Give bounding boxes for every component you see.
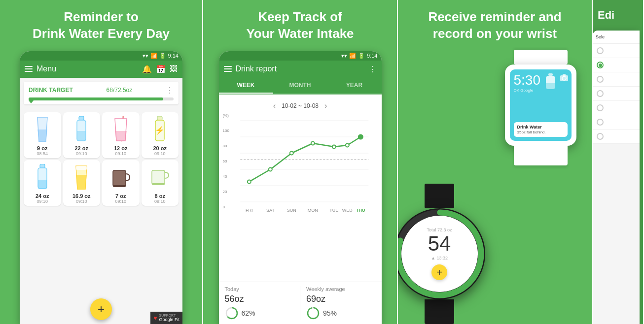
round-band-bottom: [425, 299, 454, 324]
drink-item-beer[interactable]: 16.9 oz 09:10: [63, 160, 101, 206]
svg-rect-46: [548, 73, 553, 76]
more-icon[interactable]: ⋮: [166, 86, 174, 95]
toolbar-1: Menu 🔔 📅 🖼: [20, 61, 182, 78]
svg-text:TUE: TUE: [329, 208, 338, 213]
drink-time-1: 08:54: [36, 151, 48, 156]
toolbar-2: Drink report ⋮: [219, 61, 382, 78]
line-chart-svg: FRI SAT SUN MON TUE WED THU: [231, 113, 378, 219]
wifi-icon-2: 📶: [349, 53, 356, 59]
weekly-summary: Weekly average 69oz 95%: [306, 286, 376, 320]
drink-amount-4: 20 oz: [153, 145, 167, 151]
panel2-phone: ▾▾ 📶 🔋 9:14 Drink report ⋮ WEEK MONTH YE…: [219, 51, 382, 324]
bell-icon[interactable]: 🔔: [142, 65, 152, 74]
calendar-icon[interactable]: 📅: [156, 65, 166, 74]
weekly-value: 69oz: [306, 294, 376, 304]
drink-target-card: DRINK TARGET 68/72.5oz ⋮: [24, 82, 179, 104]
radio-item-5[interactable]: [593, 101, 640, 115]
svg-point-32: [332, 145, 336, 148]
svg-rect-8: [157, 116, 162, 120]
panel-reminder: Reminder toDrink Water Every Day ▾▾ 📶 🔋 …: [0, 0, 202, 324]
notif-title: Drink Water: [517, 125, 564, 130]
radio-item-4[interactable]: [593, 87, 640, 101]
drink-item-coffee[interactable]: 7 oz 09:10: [102, 160, 140, 206]
support-label: SUPPORT: [159, 314, 179, 317]
progress-bar: [29, 97, 174, 100]
battery-icon: 🔋: [159, 53, 166, 59]
date-range: 10-02 ~ 10-08: [282, 102, 319, 109]
radio-circle-7: [597, 133, 604, 140]
radio-item-2[interactable]: [593, 58, 640, 72]
svg-point-34: [358, 134, 363, 139]
tab-month[interactable]: MONTH: [273, 78, 327, 94]
svg-point-45: [308, 308, 319, 319]
svg-rect-17: [113, 170, 126, 186]
drink-target-label: DRINK TARGET: [29, 87, 73, 94]
radio-item-6[interactable]: [593, 115, 640, 130]
phone-content-1: DRINK TARGET 68/72.5oz ⋮ 9 oz 08:54: [20, 78, 182, 297]
google-fit-label: Google Fit: [159, 317, 179, 322]
round-watch-wrapper: Total 72.3 oz 54 ▲ 13:32 +: [397, 184, 485, 324]
svg-text:WED: WED: [342, 208, 353, 213]
status-bar-2: ▾▾ 📶 🔋 9:14: [219, 51, 382, 61]
weekly-circle-progress: [306, 306, 320, 320]
water-bottle-icon: [544, 73, 557, 93]
panel1-phone: ▾▾ 📶 🔋 9:14 Menu 🔔 📅 🖼 DRINK TARGET 68/7…: [20, 51, 182, 324]
screenshot-icon: [560, 73, 569, 84]
svg-point-28: [248, 180, 251, 183]
y-60: 60: [223, 159, 229, 163]
wifi-icon: 📶: [150, 53, 157, 59]
time-display-2: 9:14: [367, 53, 377, 59]
notif-text: 35oz fall behind.: [517, 130, 564, 134]
drink-item-cup-pink[interactable]: 12 oz 09:10: [102, 112, 140, 158]
radio-item-7[interactable]: [593, 130, 640, 144]
radio-item-1[interactable]: [593, 44, 640, 58]
panel-edit: Edi Sele: [592, 0, 643, 324]
drink-time-4: 09:10: [154, 151, 166, 156]
more-vert-icon[interactable]: ⋮: [369, 65, 377, 74]
tab-year[interactable]: YEAR: [327, 78, 382, 94]
drink-amount-5: 24 oz: [36, 193, 49, 199]
drink-time-2: 09:10: [76, 151, 87, 156]
drink-item-bottle-water2[interactable]: 24 oz 09:10: [24, 160, 61, 206]
drink-grid: 9 oz 08:54 22 oz 09:10: [20, 108, 182, 210]
watch-band-bottom: [514, 146, 568, 165]
tea-icon: [150, 164, 170, 191]
svg-rect-2: [79, 116, 84, 120]
y-axis-labels: (%) 100 80 60 40 20 0: [223, 113, 229, 219]
svg-point-31: [311, 141, 315, 145]
today-circle-progress: [225, 306, 239, 320]
signal-icon: ▾▾: [143, 53, 148, 59]
toolbar-title-1: Menu: [36, 65, 138, 73]
panel1-title: Reminder toDrink Water Every Day: [18, 0, 184, 47]
svg-rect-48: [546, 83, 555, 89]
y-100: 100: [223, 129, 229, 133]
today-value: 56oz: [225, 294, 294, 304]
drink-item-bottle-green[interactable]: ⚡ 20 oz 09:10: [142, 112, 179, 158]
prev-arrow[interactable]: ‹: [273, 101, 276, 110]
drink-item-tea[interactable]: 8 oz 09:10: [142, 160, 179, 206]
svg-rect-13: [38, 180, 47, 189]
y-20: 20: [223, 190, 229, 194]
next-arrow[interactable]: ›: [324, 101, 327, 110]
fab-area: + ♥ SUPPORT Google Fit: [20, 297, 182, 324]
svg-text:THU: THU: [356, 208, 365, 213]
today-percent: 62%: [242, 309, 255, 317]
square-watch-wrapper: 5:30 OK Google: [505, 50, 576, 165]
ok-google: OK Google: [514, 88, 568, 93]
drink-time-5: 09:10: [36, 199, 48, 204]
hamburger-icon[interactable]: [25, 66, 33, 72]
drink-item-bottle-blue[interactable]: 22 oz 09:10: [63, 112, 101, 158]
svg-text:SAT: SAT: [266, 208, 275, 213]
svg-rect-11: [40, 164, 45, 168]
square-watch-screen: 5:30 OK Google: [510, 69, 572, 141]
y-label-pct: (%): [223, 113, 229, 118]
today-label: Today: [225, 286, 294, 292]
image-icon[interactable]: 🖼: [170, 65, 178, 73]
drink-item-glass[interactable]: 9 oz 08:54: [24, 112, 61, 158]
add-drink-button[interactable]: +: [90, 298, 112, 320]
hamburger-icon-2[interactable]: [224, 66, 232, 72]
radio-item-3[interactable]: [593, 72, 640, 87]
tab-week[interactable]: WEEK: [219, 78, 273, 94]
svg-point-33: [346, 143, 349, 147]
radio-circle-5: [597, 104, 604, 111]
